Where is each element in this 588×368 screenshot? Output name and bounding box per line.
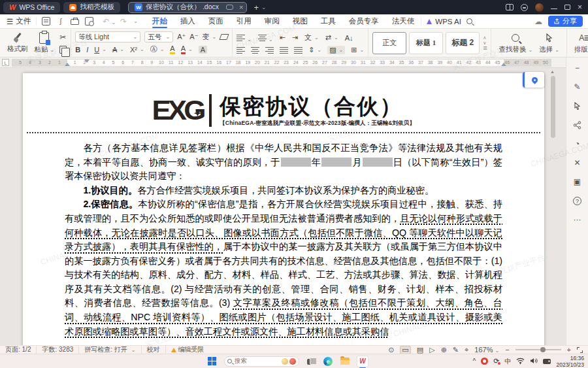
undo-icon[interactable]: ↶⌄ (103, 17, 116, 26)
style-heading-1[interactable]: 标题 1 (409, 32, 443, 54)
focus-mode-icon[interactable]: ⌖ (465, 346, 468, 354)
numbered-list-icon[interactable]: ⌄ (258, 32, 273, 44)
align-distribute-icon[interactable] (294, 46, 302, 54)
play-view-icon[interactable]: ▷ (429, 346, 434, 354)
tab-list-chevron-icon[interactable]: ⌄ (261, 4, 267, 10)
tab-docer-templates[interactable]: 找稻壳模板 (63, 2, 120, 13)
sort-icon[interactable]: A↓ (345, 34, 353, 42)
wps-app-icon[interactable]: W (357, 356, 368, 367)
align-left-icon[interactable] (237, 46, 245, 54)
close-window-button[interactable]: × (578, 3, 582, 11)
comment-icon[interactable] (226, 5, 233, 10)
bold-icon[interactable]: B (75, 46, 80, 54)
wps-ai-button[interactable]: WPS AI (421, 18, 466, 25)
text-direction-icon[interactable]: ⇄⌄ (325, 33, 338, 42)
word-count[interactable]: 字数: 3283 (37, 345, 79, 354)
style-heading-2[interactable]: 标题 2 (446, 32, 480, 54)
decrease-indent-icon[interactable]: ⇤ (280, 33, 286, 42)
share-nodes-icon[interactable] (572, 120, 583, 130)
export-pdf-icon[interactable]: ʃ (56, 17, 65, 25)
char-shading-icon[interactable]: A (199, 46, 207, 54)
cut-icon[interactable]: ✂ (59, 33, 67, 42)
font-name-dropdown[interactable]: 等线 Light⌄ (75, 31, 140, 42)
split-view-icon[interactable] (506, 4, 514, 10)
font-color-icon[interactable]: A⌄ (181, 44, 193, 54)
start-button[interactable] (208, 357, 216, 365)
zoom-in-button[interactable]: + (567, 346, 571, 354)
menu-tab-page[interactable]: 页面 (202, 14, 230, 28)
copy-icon[interactable] (59, 46, 67, 54)
avatar[interactable] (535, 3, 544, 12)
fullscreen-icon[interactable] (577, 347, 583, 353)
highlight-color-icon[interactable]: A (170, 44, 174, 54)
pen-icon[interactable]: ✎ (572, 82, 583, 92)
italic-icon[interactable]: I (86, 46, 88, 54)
menu-tab-view[interactable]: 视图 (286, 14, 314, 28)
zoom-level[interactable]: 167%⌄ (474, 346, 499, 354)
zoom-slider[interactable] (515, 349, 561, 350)
page-view-icon[interactable]: ▭ (400, 346, 410, 354)
shading-icon[interactable]: ▨⌄ (327, 46, 345, 54)
volume-icon[interactable] (530, 358, 538, 365)
format-painter-button[interactable]: 格式刷 (4, 32, 31, 54)
spellcheck-toggle[interactable]: 拼写检查: 打开⌄ (79, 345, 141, 354)
underline-icon[interactable]: U⌄ (94, 46, 106, 54)
left-indent-marker[interactable] (65, 63, 70, 66)
search-commands-icon[interactable] (466, 18, 472, 24)
decrease-font-icon[interactable]: A⁻ (189, 33, 198, 41)
align-center-icon[interactable] (251, 46, 259, 54)
tab-wps-office[interactable]: W WPS Office (3, 2, 60, 13)
close-tab-icon[interactable]: × (239, 3, 243, 11)
tab-stop-selector[interactable]: L (2, 59, 9, 66)
collapse-sidebar-icon[interactable]: − (572, 63, 583, 73)
wifi-icon[interactable] (516, 358, 525, 365)
theme-icon[interactable] (521, 4, 528, 11)
print-icon[interactable] (71, 19, 79, 25)
proofread-button[interactable]: 校对 (142, 345, 166, 354)
select-button[interactable]: 选择⌄ (536, 31, 563, 55)
minimize-button[interactable] (551, 8, 557, 9)
paste-button[interactable]: 粘贴⌄ (31, 31, 58, 55)
align-justify-icon[interactable] (280, 46, 288, 54)
styles-gallery-arrows[interactable]: ∧∨☰ (483, 35, 487, 51)
cursor-select-icon[interactable] (572, 101, 583, 111)
menu-tab-review[interactable]: 审阅 (258, 14, 286, 28)
circle-char-icon[interactable]: Ⓐ⌄ (150, 44, 165, 54)
clock[interactable]: 16:36 2023/10/23 (556, 355, 584, 368)
tools-icon[interactable]: ✕ (572, 158, 583, 168)
strikethrough-icon[interactable]: A⌄ (112, 46, 124, 54)
superscript-icon[interactable]: X²⌄ (130, 46, 144, 54)
bullet-list-icon[interactable]: ⌄ (237, 32, 252, 44)
menu-tab-home[interactable]: 开始 (146, 14, 174, 28)
cloud-sync-icon[interactable]: ☁ (534, 17, 542, 26)
zoom-slider-knob[interactable] (540, 347, 546, 352)
ime-indicator[interactable]: 中 (504, 358, 511, 365)
tray-expand-icon[interactable]: ^ (473, 358, 476, 365)
page-indicator[interactable]: 页面: 1/2 (5, 345, 37, 354)
zoom-out-button[interactable]: − (505, 346, 509, 354)
edit-mode-icon[interactable]: ✎ (453, 346, 459, 354)
ruler-strip[interactable]: 5432112345678910111213141516171819202122… (12, 59, 551, 67)
clear-format-icon[interactable] (220, 34, 229, 40)
help-icon[interactable]: ? (572, 195, 583, 206)
cn-layout-dropdown[interactable]: 文⌄ (304, 33, 319, 42)
taskbar-search-input[interactable]: 搜索 (224, 356, 299, 367)
camera-tray-icon[interactable] (543, 359, 551, 364)
day-blank-field[interactable] (363, 158, 393, 167)
tray-red-app-icon[interactable] (481, 358, 488, 365)
menu-tab-reference[interactable]: 引用 (230, 14, 258, 28)
outline-view-icon[interactable]: ▤ (417, 346, 423, 354)
save-icon[interactable] (42, 17, 50, 25)
document-body[interactable]: 各方（各方基本信息详见签署栏）根据《中华人民共和国反不正当竞争法》等法律法规及其… (65, 141, 502, 339)
typeset-button[interactable]: A≣ 排版⌄ (571, 31, 588, 55)
menu-tab-member[interactable]: 会员专享 (342, 14, 385, 28)
share-button[interactable]: 分享 (548, 16, 583, 27)
sticker-icon[interactable]: ◔ (572, 139, 583, 149)
style-body-text[interactable]: 正文 (372, 32, 406, 54)
more-icon[interactable]: ··· (572, 214, 583, 225)
menu-tab-fatianshi[interactable]: 法天使 (385, 14, 421, 28)
tray-sync-icon[interactable]: ⟳ (493, 358, 499, 365)
menu-tab-tools[interactable]: 工具 (314, 14, 342, 28)
year-blank-field[interactable] (281, 158, 311, 167)
align-right-icon[interactable] (265, 46, 274, 54)
